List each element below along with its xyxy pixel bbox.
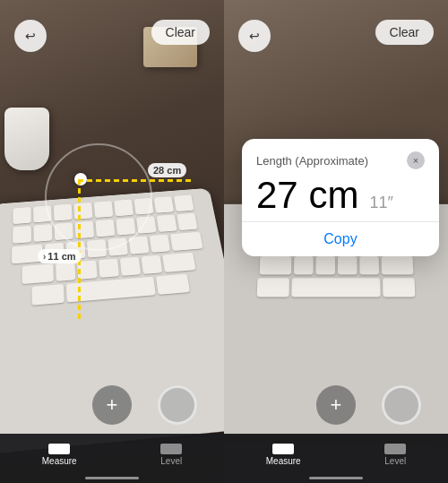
airpods-object xyxy=(4,108,49,170)
key xyxy=(142,255,163,274)
right-panel: Length (Approximate) × 27 cm 11″ Copy ↩ … xyxy=(224,0,448,483)
measurement-popup: Length (Approximate) × 27 cm 11″ Copy xyxy=(242,139,439,256)
add-point-button[interactable]: + xyxy=(92,385,132,425)
tab-level-right[interactable]: Level xyxy=(384,444,406,466)
key xyxy=(56,262,75,281)
clear-button-right[interactable]: Clear xyxy=(375,20,434,45)
tab-measure-left[interactable]: Measure xyxy=(42,444,77,466)
tab-measure-right[interactable]: Measure xyxy=(266,444,301,466)
level-tab-label-right: Level xyxy=(384,456,406,466)
back-icon: ↩ xyxy=(25,29,36,43)
key xyxy=(177,213,197,230)
measure-tab-label-right: Measure xyxy=(266,456,301,466)
key xyxy=(13,207,30,224)
level-tab-icon-right xyxy=(384,444,406,454)
key-space xyxy=(291,278,380,297)
key xyxy=(259,256,291,275)
back-button-right[interactable]: ↩ xyxy=(238,20,271,52)
popup-header: Length (Approximate) × xyxy=(256,151,425,169)
measure-line-horizontal xyxy=(78,179,194,182)
measurement-label-11: › 11 cm xyxy=(38,249,82,263)
shutter-button[interactable] xyxy=(158,385,197,425)
measurement-secondary: 11″ xyxy=(369,194,392,212)
level-tab-label: Level xyxy=(160,456,182,466)
measure-circle xyxy=(45,143,152,251)
measure-tab-icon-right xyxy=(272,444,294,454)
key xyxy=(293,256,313,275)
tab-level-left[interactable]: Level xyxy=(160,444,182,466)
home-indicator-right xyxy=(309,477,363,479)
level-tab-icon xyxy=(160,444,182,454)
popup-title: Length (Approximate) xyxy=(256,154,368,168)
measure-tab-icon xyxy=(48,444,70,454)
bottom-tab-bar-right: Measure Level xyxy=(224,434,448,483)
key xyxy=(257,278,289,297)
popup-measurements: 27 cm 11″ xyxy=(256,177,425,214)
key xyxy=(33,224,52,242)
copy-label: Copy xyxy=(323,231,357,247)
key xyxy=(337,256,357,275)
home-indicator xyxy=(85,477,139,479)
plus-icon-right: + xyxy=(331,393,342,417)
chevron-icon: › xyxy=(43,252,46,262)
key xyxy=(149,235,169,253)
clear-button[interactable]: Clear xyxy=(151,20,210,45)
key xyxy=(381,256,413,275)
popup-close-button[interactable]: × xyxy=(407,151,425,169)
key xyxy=(120,257,141,276)
measure-tab-label: Measure xyxy=(42,456,77,466)
key xyxy=(13,226,31,244)
key xyxy=(22,263,54,284)
key xyxy=(359,256,379,275)
key xyxy=(99,258,119,277)
bottom-tab-bar-left: Measure Level xyxy=(0,434,224,483)
key xyxy=(31,284,64,306)
key xyxy=(156,274,190,295)
key xyxy=(174,194,194,211)
add-point-button-right[interactable]: + xyxy=(316,385,356,425)
key xyxy=(157,214,177,231)
copy-button[interactable]: Copy xyxy=(256,222,425,256)
plus-icon: + xyxy=(107,393,118,417)
key xyxy=(315,256,335,275)
shutter-button-right[interactable] xyxy=(382,385,421,425)
measurement-primary: 27 cm xyxy=(256,177,358,214)
close-icon: × xyxy=(413,155,418,166)
key xyxy=(383,278,415,297)
measurement-label-28: 28 cm xyxy=(148,163,186,177)
left-panel: 28 cm › 11 cm ↩ Clear + Measure Level xyxy=(0,0,224,483)
key xyxy=(169,232,202,251)
back-icon-right: ↩ xyxy=(249,29,260,43)
key xyxy=(162,253,195,272)
back-button[interactable]: ↩ xyxy=(14,20,47,52)
key xyxy=(154,196,174,213)
